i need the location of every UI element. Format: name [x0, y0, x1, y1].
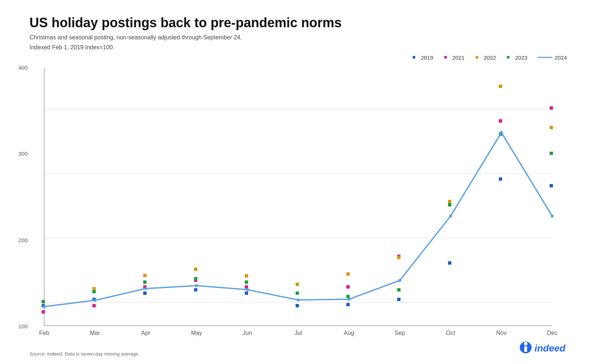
svg-text:May: May: [191, 330, 202, 336]
chart-title: US holiday postings back to pre-pandemic…: [29, 15, 567, 31]
svg-text:Jun: Jun: [243, 330, 252, 336]
svg-rect-31: [499, 119, 502, 123]
series-2021: [42, 106, 553, 314]
svg-point-78: [524, 342, 528, 346]
svg-text:Jul: Jul: [294, 330, 302, 336]
svg-rect-44: [42, 300, 45, 303]
svg-rect-28: [346, 285, 350, 289]
chart-area: 100 200 300 400: [29, 64, 567, 329]
svg-rect-15: [245, 291, 248, 295]
svg-point-58: [195, 284, 198, 287]
y-label-100: 100: [9, 323, 28, 329]
legend-item-2024: 2024: [538, 54, 567, 61]
svg-point-60: [297, 298, 300, 301]
y-label-300: 300: [9, 151, 28, 157]
legend-label-2024: 2024: [555, 54, 567, 61]
svg-rect-35: [143, 274, 147, 277]
svg-rect-22: [42, 310, 45, 314]
svg-rect-19: [448, 261, 451, 265]
svg-rect-45: [92, 290, 96, 293]
indeed-logo: indeed: [519, 338, 567, 357]
svg-rect-26: [245, 285, 248, 289]
svg-text:Nov: Nov: [496, 330, 507, 336]
svg-rect-21: [550, 184, 553, 187]
legend-item-2021: 2021: [444, 54, 465, 61]
svg-rect-3: [507, 56, 509, 59]
legend-label-2023: 2023: [515, 54, 527, 61]
svg-rect-51: [397, 288, 401, 291]
svg-text:Mar: Mar: [90, 330, 100, 336]
svg-point-57: [144, 287, 147, 290]
svg-rect-52: [448, 203, 451, 206]
svg-rect-50: [346, 295, 350, 298]
svg-point-59: [246, 288, 249, 291]
source-text: Source: Indeed. Data is seven-day moving…: [29, 351, 140, 357]
svg-rect-14: [194, 288, 197, 291]
chart-subtitle-1: Christmas and seasonal posting, non-seas…: [29, 33, 567, 42]
svg-text:Dec: Dec: [547, 330, 557, 336]
svg-point-55: [43, 305, 46, 308]
series-2024: [43, 131, 554, 308]
series-2022: [42, 85, 553, 303]
svg-rect-43: [550, 126, 553, 129]
legend-label-2019: 2019: [421, 54, 433, 61]
svg-rect-46: [143, 280, 147, 284]
legend-item-2023: 2023: [506, 54, 527, 61]
y-axis: 100 200 300 400: [9, 64, 28, 329]
svg-rect-40: [397, 256, 401, 259]
legend-label-2022: 2022: [484, 54, 496, 61]
footer: Source: Indeed. Data is seven-day moving…: [29, 338, 567, 357]
svg-point-64: [500, 131, 503, 134]
svg-point-63: [449, 215, 452, 218]
svg-rect-2: [476, 56, 478, 59]
svg-rect-39: [346, 272, 350, 276]
svg-rect-49: [296, 291, 299, 295]
svg-rect-23: [92, 304, 96, 307]
svg-rect-16: [296, 304, 299, 307]
svg-point-65: [551, 215, 554, 218]
svg-rect-37: [245, 274, 248, 278]
svg-rect-42: [499, 85, 502, 88]
svg-text:Apr: Apr: [141, 330, 151, 336]
svg-rect-13: [143, 291, 147, 295]
svg-rect-41: [448, 200, 451, 203]
series-2023: [42, 132, 553, 303]
x-axis-labels: Feb Mar Apr May Jun Jul Aug Sep Oct Nov …: [39, 330, 557, 336]
chart-legend: 2019 2021 2022 2023 2024: [29, 54, 567, 61]
legend-item-2019: 2019: [412, 54, 433, 61]
svg-rect-54: [550, 152, 553, 155]
svg-rect-20: [499, 177, 502, 181]
svg-text:indeed: indeed: [535, 343, 566, 354]
y-label-200: 200: [9, 237, 28, 243]
legend-item-2022: 2022: [475, 54, 496, 61]
svg-rect-1: [444, 56, 447, 59]
chart-subtitle-2: Indexed Feb 1, 2019 Index=100: [29, 43, 567, 52]
svg-rect-32: [550, 106, 553, 110]
svg-rect-17: [346, 303, 350, 306]
svg-point-56: [94, 299, 96, 302]
svg-rect-47: [194, 277, 197, 280]
legend-label-2021: 2021: [452, 54, 465, 61]
svg-rect-18: [397, 298, 401, 301]
svg-rect-34: [92, 287, 96, 290]
svg-text:Feb: Feb: [39, 330, 49, 336]
series-2019: [42, 177, 553, 307]
y-label-400: 400: [9, 64, 28, 71]
svg-rect-79: [524, 346, 527, 352]
svg-rect-38: [296, 283, 299, 286]
svg-point-61: [348, 298, 350, 301]
svg-point-62: [398, 279, 401, 282]
svg-rect-36: [194, 268, 197, 271]
svg-text:Aug: Aug: [344, 330, 354, 336]
svg-rect-0: [413, 56, 415, 59]
svg-text:Oct: Oct: [446, 330, 455, 336]
chart-svg: Feb Mar Apr May Jun Jul Aug Sep Oct Nov …: [29, 64, 560, 329]
svg-rect-48: [245, 280, 248, 284]
grid-lines: [44, 68, 552, 326]
svg-text:Sep: Sep: [395, 330, 405, 336]
